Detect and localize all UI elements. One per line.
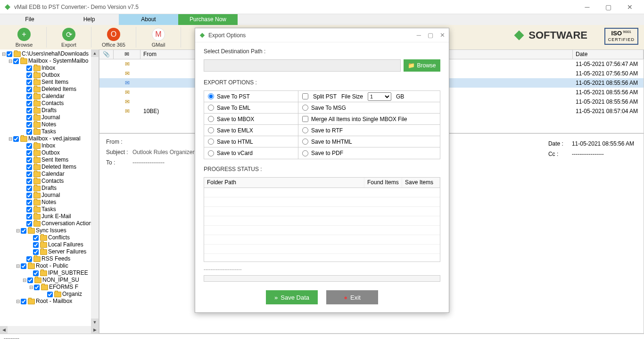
tree-hscrollbar[interactable]: ◀ ▶ (0, 326, 99, 334)
menu-about[interactable]: About (119, 14, 178, 25)
tree-item[interactable]: Drafts (1, 107, 98, 114)
tree-item[interactable]: Drafts (1, 185, 98, 192)
statusbar: --------- (0, 334, 644, 343)
tree-item[interactable]: Contacts (1, 178, 98, 185)
dialog-maximize-button[interactable]: ▢ (428, 32, 433, 39)
svg-marker-0 (5, 4, 10, 10)
progress-dash: ---------------------- (204, 266, 242, 272)
check-merge-mbox[interactable] (302, 116, 308, 122)
scroll-left-icon[interactable]: ◀ (0, 326, 8, 334)
destination-path-input[interactable] (204, 59, 401, 72)
folder-icon (28, 263, 35, 269)
folder-icon (14, 51, 21, 57)
col-attach[interactable]: 📎 (99, 50, 114, 59)
tree-item[interactable]: Inbox (1, 142, 98, 149)
radio-mhtml[interactable] (302, 139, 308, 145)
folder-icon (33, 193, 41, 198)
col-date[interactable]: Date (573, 50, 644, 59)
radio-rtf[interactable] (302, 127, 308, 133)
tree-item[interactable]: Deleted Items (1, 86, 98, 93)
folder-tree[interactable]: ⊟C:\Users\nehal\Downloads ⊟Mailbox - Sys… (0, 49, 99, 306)
tree-item[interactable]: Sent Items (1, 79, 98, 86)
radio-msg[interactable] (302, 105, 308, 111)
tree-item[interactable]: Deleted Items (1, 163, 98, 171)
folder-icon (33, 80, 41, 85)
tool-office365[interactable]: O Office 365 (91, 27, 136, 48)
tree-item[interactable]: Outbox (1, 72, 98, 79)
folder-icon (33, 87, 41, 92)
folder-icon (54, 292, 61, 297)
titlebar: vMail EDB to PST Converter:- Demo Versio… (0, 0, 644, 14)
tree-vscrollbar[interactable]: ▲ ▼ (91, 49, 99, 326)
radio-eml[interactable] (208, 105, 214, 111)
office-icon: O (107, 28, 120, 41)
radio-vcard[interactable] (208, 150, 214, 156)
folder-icon (28, 228, 35, 234)
col-type[interactable]: ✉ (114, 50, 140, 59)
tree-item[interactable]: Inbox (1, 65, 98, 72)
save-data-button[interactable]: » Save Data (266, 290, 318, 304)
folder-icon (20, 58, 27, 64)
radio-emlx[interactable] (208, 127, 214, 133)
folder-icon (33, 94, 41, 99)
folder-icon (40, 242, 47, 248)
tree-item[interactable]: Notes (1, 199, 98, 206)
radio-pdf[interactable] (302, 150, 308, 156)
check-split-pst[interactable] (302, 93, 308, 99)
folder-icon (40, 249, 47, 255)
folder-icon (40, 270, 47, 276)
iso-badge: ISO 9001 CERTIFIED (604, 28, 638, 45)
tree-item[interactable]: Calendar (1, 93, 98, 100)
tree-item[interactable]: Sent Items (1, 156, 98, 163)
menu-help[interactable]: Help (59, 14, 119, 25)
refresh-icon: ⟳ (62, 28, 75, 41)
tree-item[interactable]: Tasks (1, 206, 98, 213)
export-dialog: Export Options ─ ▢ ✕ Select Destination … (195, 28, 449, 313)
tree-item[interactable]: Contacts (1, 100, 98, 107)
scroll-right-icon[interactable]: ▶ (91, 326, 99, 334)
folder-icon (20, 136, 27, 142)
tree-item[interactable]: Outbox (1, 149, 98, 156)
folder-icon (34, 278, 41, 283)
folder-icon (40, 235, 47, 241)
tool-export[interactable]: ⟳ Export (47, 27, 91, 48)
scroll-down-icon[interactable]: ▼ (91, 318, 99, 326)
select-path-label: Select Destination Path : (204, 48, 440, 55)
tree-item[interactable]: Conflicts (1, 234, 98, 241)
tree-item[interactable]: Calendar (1, 171, 98, 178)
tree-item[interactable]: Journal (1, 192, 98, 199)
stop-icon: ● (344, 294, 347, 301)
radio-html[interactable] (208, 139, 214, 145)
browse-button[interactable]: 📁 Browse (404, 59, 440, 72)
menu-file[interactable]: File (0, 14, 59, 25)
folder-icon (33, 207, 41, 212)
tree-item[interactable]: Conversation Action (1, 220, 98, 227)
close-button[interactable]: ✕ (619, 0, 640, 14)
gmail-icon: M (152, 28, 165, 41)
tree-item[interactable]: Server Failures (1, 248, 98, 255)
tree-item[interactable]: Tasks (1, 128, 98, 135)
col-found-items: Found Items (364, 178, 402, 188)
folder-icon (28, 299, 35, 304)
progress-table: Folder Path Found Items Save Items (204, 177, 440, 262)
tool-browse[interactable]: + Browse (2, 27, 47, 48)
maximize-button[interactable]: ▢ (598, 0, 619, 14)
chevron-right-icon: » (274, 294, 278, 301)
radio-pst[interactable] (208, 93, 214, 99)
tree-item[interactable]: Local Failures (1, 241, 98, 248)
tree-check[interactable] (7, 51, 12, 57)
scroll-up-icon[interactable]: ▲ (91, 49, 99, 57)
tree-item[interactable]: Journal (1, 114, 98, 121)
radio-mbox[interactable] (208, 116, 214, 122)
exit-button[interactable]: ● Exit (326, 290, 378, 304)
menu-purchase[interactable]: Purchase Now (178, 14, 238, 25)
dialog-close-button[interactable]: ✕ (440, 32, 445, 39)
dialog-minimize-button[interactable]: ─ (417, 32, 421, 39)
folder-icon (33, 172, 41, 177)
tree-item[interactable]: Notes (1, 121, 98, 128)
export-options-grid: Save To PST Split PST File Size 1 GB Sav… (204, 90, 440, 159)
filesize-select[interactable]: 1 (368, 92, 391, 101)
minimize-button[interactable]: ─ (577, 0, 598, 14)
tree-item[interactable]: Junk E-Mail (1, 213, 98, 220)
tool-gmail[interactable]: M GMail (136, 27, 181, 48)
